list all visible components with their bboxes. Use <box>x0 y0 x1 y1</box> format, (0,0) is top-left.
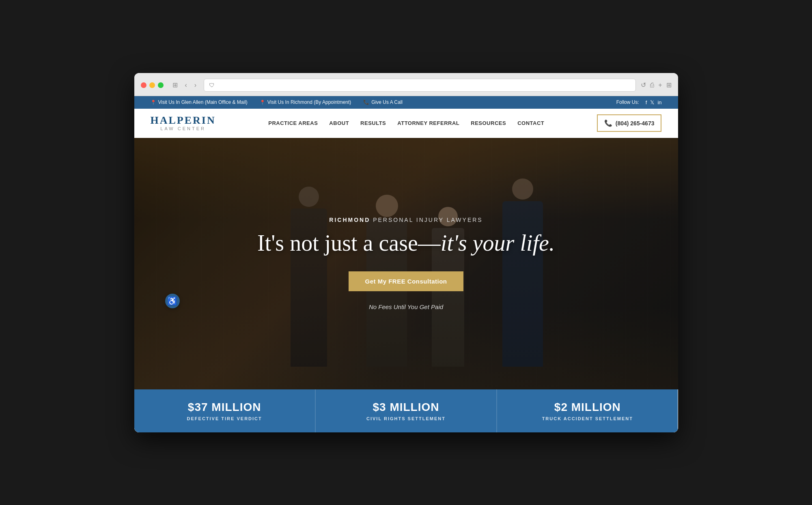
phone-cta-text: Give Us A Call <box>371 99 403 105</box>
nav-contact[interactable]: CONTACT <box>517 120 544 126</box>
follow-label: Follow Us: <box>616 99 639 105</box>
pin-icon-1: 📍 <box>151 100 156 105</box>
cta-button[interactable]: Get My FREE Consultation <box>349 271 463 291</box>
maximize-button[interactable] <box>158 82 164 88</box>
result-item-3[interactable]: $2 MILLION TRUCK ACCIDENT SETTLEMENT <box>497 389 678 432</box>
nav-attorney-referral[interactable]: ATTORNEY REFERRAL <box>397 120 459 126</box>
nav-links: PRACTICE AREAS ABOUT RESULTS ATTORNEY RE… <box>268 120 544 126</box>
result-item-1[interactable]: $37 MILLION DEFECTIVE TIRE VERDICT <box>134 389 316 432</box>
address-bar[interactable]: 🛡 <box>204 79 636 92</box>
location-richmond-text: Visit Us In Richmond (By Appointment) <box>267 99 351 105</box>
nav-practice-areas[interactable]: PRACTICE AREAS <box>268 120 318 126</box>
logo-firm-name: HALPERIN <box>151 115 216 126</box>
hero-title-part1: It's not just a case— <box>257 230 441 256</box>
hero-overlay: RICHMOND PERSONAL INJURY LAWYERS It's no… <box>249 217 563 310</box>
twitter-icon[interactable]: 𝕏 <box>650 99 654 105</box>
browser-chrome: ⊞ ‹ › 🛡 ↺ ⎙ + ⊞ <box>134 73 678 96</box>
minimize-button[interactable] <box>149 82 155 88</box>
hero-section: RICHMOND PERSONAL INJURY LAWYERS It's no… <box>134 138 678 389</box>
nav-results[interactable]: RESULTS <box>360 120 386 126</box>
result-label-1: DEFECTIVE TIRE VERDICT <box>142 416 307 421</box>
linkedin-icon[interactable]: in <box>657 99 661 105</box>
tabs-button[interactable]: ⊞ <box>666 81 672 89</box>
results-bar: $37 MILLION DEFECTIVE TIRE VERDICT $3 MI… <box>134 389 678 432</box>
result-amount-2: $3 MILLION <box>324 401 488 414</box>
browser-actions: ↺ ⎙ + ⊞ <box>641 81 671 89</box>
new-tab-button[interactable]: + <box>658 82 662 89</box>
result-amount-3: $2 MILLION <box>505 401 670 414</box>
close-button[interactable] <box>141 82 146 88</box>
phone-icon: 📞 <box>604 119 612 127</box>
top-bar-locations: 📍 Visit Us In Glen Allen (Main Office & … <box>151 99 403 105</box>
location-richmond: 📍 Visit Us In Richmond (By Appointment) <box>260 99 351 105</box>
phone-icon: 📞 <box>363 99 369 105</box>
hero-title-italic: it's your life. <box>441 230 555 256</box>
nav-resources[interactable]: RESOURCES <box>471 120 506 126</box>
main-nav: HALPERIN LAW CENTER PRACTICE AREAS ABOUT… <box>134 109 678 138</box>
hero-subtitle: RICHMOND PERSONAL INJURY LAWYERS <box>257 217 555 223</box>
forward-button[interactable]: › <box>192 81 199 90</box>
logo-firm-type: LAW CENTER <box>151 127 216 131</box>
hero-city: RICHMOND <box>329 217 370 223</box>
hero-title: It's not just a case—it's your life. <box>257 230 555 257</box>
result-label-2: CIVIL RIGHTS SETTLEMENT <box>324 416 488 421</box>
top-bar: 📍 Visit Us In Glen Allen (Main Office & … <box>134 96 678 109</box>
navigation-controls: ⊞ ‹ › <box>170 80 199 90</box>
result-item-2[interactable]: $3 MILLION CIVIL RIGHTS SETTLEMENT <box>316 389 497 432</box>
phone-number: (804) 265-4673 <box>616 120 655 127</box>
top-bar-social: Follow Us: f 𝕏 in <box>616 99 662 105</box>
website-content: 📍 Visit Us In Glen Allen (Main Office & … <box>134 96 678 432</box>
pin-icon-2: 📍 <box>260 100 265 105</box>
logo[interactable]: HALPERIN LAW CENTER <box>151 115 216 131</box>
accessibility-widget[interactable]: ♿ <box>165 294 180 308</box>
facebook-icon[interactable]: f <box>646 99 647 105</box>
nav-phone-button[interactable]: 📞 (804) 265-4673 <box>597 114 662 132</box>
nav-about[interactable]: ABOUT <box>329 120 349 126</box>
back-button[interactable]: ‹ <box>183 81 190 90</box>
browser-window: ⊞ ‹ › 🛡 ↺ ⎙ + ⊞ 📍 Visit Us In Glen Allen… <box>134 73 678 432</box>
location-glen-allen-text: Visit Us In Glen Allen (Main Office & Ma… <box>158 99 248 105</box>
share-button[interactable]: ⎙ <box>650 82 654 89</box>
window-controls <box>141 82 164 88</box>
hero-practice-type: PERSONAL INJURY LAWYERS <box>370 217 482 223</box>
sidebar-toggle[interactable]: ⊞ <box>170 80 180 90</box>
fees-note: No Fees Until You Get Paid <box>257 303 555 310</box>
accessibility-icon: ♿ <box>167 296 177 306</box>
reload-button[interactable]: ↺ <box>641 81 646 89</box>
result-label-3: TRUCK ACCIDENT SETTLEMENT <box>505 416 670 421</box>
result-amount-1: $37 MILLION <box>142 401 307 414</box>
phone-cta[interactable]: 📞 Give Us A Call <box>363 99 403 105</box>
security-icon: 🛡 <box>209 82 215 88</box>
location-glen-allen: 📍 Visit Us In Glen Allen (Main Office & … <box>151 99 248 105</box>
social-icons: f 𝕏 in <box>646 99 662 105</box>
